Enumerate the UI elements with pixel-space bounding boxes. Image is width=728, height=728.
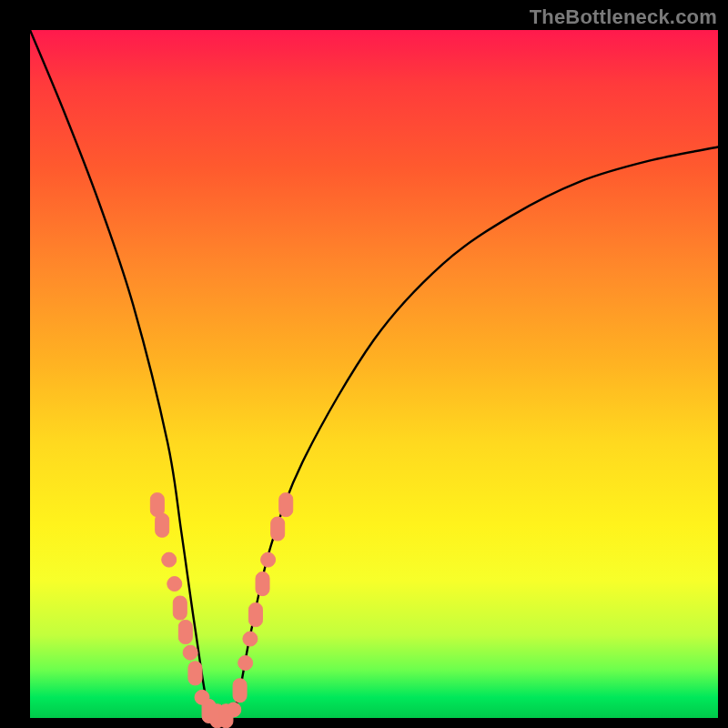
marker-capsule — [173, 596, 187, 620]
marker-capsule — [256, 572, 269, 596]
chart-svg — [30, 30, 718, 718]
marker-dot — [162, 552, 177, 567]
plot-area — [30, 30, 718, 718]
marker-capsule — [156, 513, 169, 537]
marker-capsule — [271, 517, 285, 541]
marker-dot — [183, 645, 197, 660]
marker-capsule — [279, 493, 293, 517]
marker-group — [150, 493, 292, 728]
marker-capsule — [233, 679, 247, 703]
chart-frame: TheBottleneck.com — [0, 0, 728, 728]
marker-dot — [261, 552, 276, 567]
bottleneck-curve — [30, 30, 718, 721]
marker-dot — [167, 577, 182, 592]
marker-capsule — [248, 603, 262, 627]
marker-dot — [243, 632, 258, 646]
marker-dot — [238, 656, 253, 671]
marker-dot — [227, 703, 241, 717]
marker-capsule — [150, 493, 164, 517]
marker-capsule — [188, 662, 202, 685]
watermark-text: TheBottleneck.com — [530, 5, 717, 29]
marker-capsule — [178, 621, 192, 644]
